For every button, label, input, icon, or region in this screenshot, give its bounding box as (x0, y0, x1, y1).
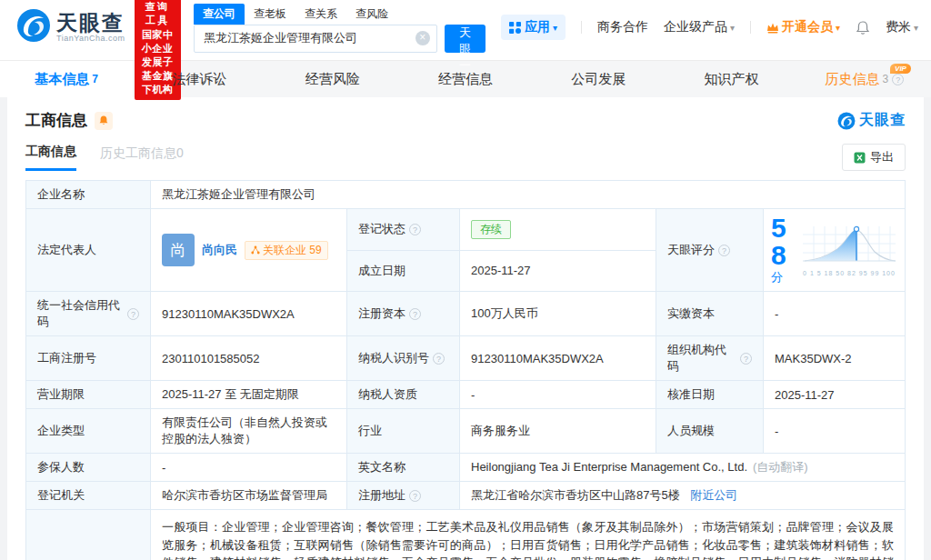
biz-cooperation-menu[interactable]: 商务合作 (597, 19, 648, 35)
menu-divider (581, 21, 582, 34)
brand-domain: TianYanCha.com (56, 34, 125, 43)
section-title: 工商信息 (25, 110, 87, 131)
field-label-staff-size: 人员规模 (656, 409, 764, 454)
vip-badge: VIP (890, 64, 911, 74)
field-label-english-name: 英文名称 (347, 454, 460, 482)
open-vip-menu[interactable]: 开通会员 ▾ (766, 19, 840, 35)
relation-graph-icon (251, 245, 260, 255)
auto-translate-note: (自动翻译) (753, 460, 808, 474)
help-icon[interactable]: ? (409, 490, 421, 502)
tab-history-info[interactable]: 历史信息 3 ? VIP (798, 61, 931, 97)
help-icon[interactable]: ? (409, 308, 421, 320)
subtab-history-business-info[interactable]: 历史工商信息0 (100, 145, 184, 170)
export-excel-icon (854, 152, 866, 164)
search-tab-relation[interactable]: 查关系 (295, 4, 346, 25)
tianyancha-logo[interactable]: 天眼查 TianYanCha.com (16, 8, 125, 46)
field-value-approval-date: 2025-11-27 (764, 381, 906, 409)
search-button[interactable]: 天眼一下 (445, 25, 486, 53)
field-value-taxpayer-quality: - (460, 381, 656, 409)
content-background: 工商信息 天眼查 工商信息 历史工商信息0 导出 (0, 97, 931, 560)
legal-rep-link[interactable]: 尚向民 (202, 242, 237, 258)
field-value-reg-number: 230110101585052 (151, 336, 347, 381)
subscribe-bell-icon[interactable] (95, 112, 113, 130)
related-companies-badge[interactable]: 关联企业 59 (245, 241, 328, 260)
help-icon[interactable]: ? (127, 308, 139, 320)
help-icon[interactable]: ? (892, 74, 904, 85)
score-distribution-chart: 0 1 5 18 50 82 95 99 100 (801, 225, 897, 276)
table-row: 营业期限 2025-11-27 至 无固定期限 纳税人资质 - 核准日期 202… (26, 381, 906, 409)
nearby-companies-link[interactable]: 附近公司 (690, 488, 737, 502)
tab-business-info[interactable]: 经营信息 (399, 61, 532, 97)
apps-menu[interactable]: 应用 ▾ (501, 15, 566, 40)
chevron-down-icon: ▾ (553, 23, 557, 33)
search-tab-risk[interactable]: 查风险 (346, 4, 397, 25)
score-number: 58 (771, 213, 786, 270)
search-tab-company[interactable]: 查公司 (194, 4, 245, 25)
field-value-business-term: 2025-11-27 至 无固定期限 (151, 381, 347, 409)
field-label-company-type: 企业类型 (26, 409, 151, 454)
tab-basic-info[interactable]: 基本信息 7 (0, 61, 133, 97)
field-label-reg-capital: 注册资本? (347, 292, 460, 336)
field-value-legal-rep: 尚 尚向民 关联企业 59 (151, 209, 347, 292)
help-icon[interactable]: ? (409, 224, 421, 235)
field-value-business-scope: 一般项目：企业管理；企业管理咨询；餐饮管理；工艺美术品及礼仪用品销售（象牙及其制… (151, 510, 906, 560)
field-label-taxpayer-id: 纳税人识别号? (347, 336, 460, 381)
status-badge: 存续 (471, 220, 511, 239)
watermark-brand: 天眼查 (859, 111, 906, 130)
field-value-taxpayer-id: 91230110MAK35DWX2A (460, 336, 656, 381)
tab-count: 7 (92, 73, 98, 85)
field-label-insured-count: 参保人数 (26, 454, 151, 482)
tab-company-development[interactable]: 公司发展 (532, 61, 665, 97)
menu-divider (750, 21, 751, 34)
field-label-score: 天眼评分? (656, 209, 764, 292)
notification-bell-icon[interactable] (856, 20, 870, 35)
tab-count: 3 (882, 73, 888, 85)
field-value-paid-capital: - (764, 292, 906, 336)
search-block: 查公司 查老板 查关系 查风险 × 天眼一下 (194, 3, 486, 53)
search-input[interactable] (194, 25, 437, 53)
field-value-english-name: Heilongjiang Tea Ji Enterprise Managemen… (460, 454, 906, 482)
score-unit: 分 (771, 270, 783, 284)
field-value-insured-count: - (151, 454, 347, 482)
crown-icon (766, 22, 779, 34)
help-icon[interactable]: ? (718, 245, 730, 256)
table-row: 企业类型 有限责任公司（非自然人投资或控股的法人独资） 行业 商务服务业 人员规… (26, 409, 906, 454)
chevron-down-icon: ▾ (730, 23, 735, 33)
field-label-industry: 行业 (347, 409, 460, 454)
apps-grid-icon (509, 22, 521, 34)
business-info-card: 工商信息 天眼查 工商信息 历史工商信息0 导出 (7, 97, 924, 560)
help-icon[interactable]: ? (433, 353, 445, 365)
field-value-est-date: 2025-11-27 (460, 250, 656, 292)
subtab-business-info[interactable]: 工商信息 (25, 144, 76, 171)
chevron-down-icon: ▾ (914, 23, 918, 33)
field-label-reg-status: 登记状态? (347, 209, 460, 251)
field-label-reg-number: 工商注册号 (26, 336, 151, 381)
field-label-business-term: 营业期限 (26, 381, 151, 409)
top-header: 天眼查 TianYanCha.com 都在用的商业查询工具 国家中小企业发展子基… (0, 0, 931, 55)
enterprise-products-menu[interactable]: 企业级产品 ▾ (664, 19, 735, 35)
tab-operational-risk[interactable]: 经营风险 (266, 61, 399, 97)
legal-rep-avatar[interactable]: 尚 (162, 234, 195, 266)
field-label-reg-authority: 登记机关 (26, 482, 151, 510)
tab-legal-proceedings[interactable]: 法律诉讼 (133, 61, 265, 97)
field-label-credit-code: 统一社会信用代码? (26, 292, 151, 336)
field-label-legal-rep: 法定代表人 (26, 209, 151, 292)
user-menu[interactable]: 费米 ▾ (886, 19, 918, 35)
card-watermark: 天眼查 (837, 111, 906, 130)
field-value-reg-address: 黑龙江省哈尔滨市香坊区中山路87号5楼 附近公司 (460, 482, 906, 510)
help-icon[interactable]: ? (740, 353, 752, 365)
search-tab-boss[interactable]: 查老板 (245, 4, 295, 25)
tab-intellectual-property[interactable]: 知识产权 (665, 61, 797, 97)
field-label-taxpayer-quality: 纳税人资质 (347, 381, 460, 409)
field-value-company-type: 有限责任公司（非自然人投资或控股的法人独资） (151, 409, 347, 454)
field-label-business-scope: 经营范围? (26, 510, 151, 560)
table-row: 工商注册号 230110101585052 纳税人识别号? 91230110MA… (26, 336, 906, 381)
table-row: 参保人数 - 英文名称 Heilongjiang Tea Ji Enterpri… (26, 454, 906, 482)
field-value-reg-status: 存续 (460, 209, 656, 251)
export-button[interactable]: 导出 (842, 144, 906, 171)
table-row: 经营范围? 一般项目：企业管理；企业管理咨询；餐饮管理；工艺美术品及礼仪用品销售… (26, 510, 906, 560)
header-menu: 应用 ▾ 商务合作 企业级产品 ▾ 开通会员 ▾ (486, 15, 918, 40)
field-label-est-date: 成立日期 (347, 250, 460, 292)
field-value-org-code: MAK35DWX-2 (764, 336, 906, 381)
search-clear-icon[interactable]: × (415, 31, 430, 45)
